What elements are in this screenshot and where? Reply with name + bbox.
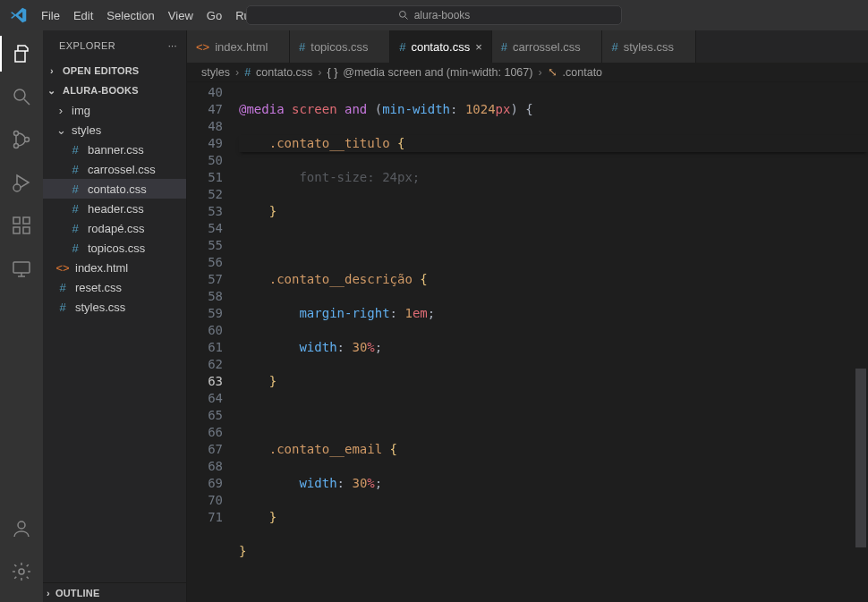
file-header-css[interactable]: # header.css (43, 199, 186, 218)
label-open-editors: OPEN EDITORS (63, 65, 139, 76)
menu-file[interactable]: File (35, 5, 66, 26)
file-index-html[interactable]: <> index.html (43, 258, 186, 277)
activity-search-icon[interactable] (0, 79, 43, 114)
svg-point-8 (13, 184, 21, 191)
file-reset-css[interactable]: # reset.css (43, 277, 186, 297)
file-styles-css[interactable]: # styles.css (43, 297, 186, 317)
breadcrumb-segment[interactable]: .contato (563, 66, 602, 79)
css-file-icon: # (68, 163, 82, 176)
tab-label: carrossel.css (513, 40, 581, 54)
menu-edit[interactable]: Edit (67, 5, 99, 26)
folder-styles[interactable]: ⌄ styles (43, 120, 186, 140)
sidebar-more-icon[interactable]: ··· (168, 40, 177, 51)
file-label: topicos.css (88, 242, 145, 255)
breadcrumb-segment[interactable]: @media screen and (min-width: 1067) (343, 66, 532, 79)
vertical-scrollbar[interactable] (855, 145, 866, 602)
label-outline: OUTLINE (55, 588, 100, 598)
activity-account-icon[interactable] (0, 511, 43, 547)
label-project: ALURA-BOOKS (63, 85, 139, 96)
svg-point-2 (14, 89, 25, 100)
breadcrumbs[interactable]: styles › # contato.css › { } @media scre… (187, 63, 868, 82)
css-file-icon: # (68, 242, 82, 255)
menu-go[interactable]: Go (200, 5, 228, 26)
editor-area: <> index.html × # topicos.css × # contat… (186, 30, 868, 602)
close-icon[interactable]: × (475, 40, 482, 54)
css-file-icon: # (68, 202, 82, 216)
braces-icon: { } (327, 66, 337, 79)
activity-explorer-icon[interactable] (0, 36, 43, 72)
chevron-down-icon: ⌄ (47, 85, 57, 97)
folder-label: styles (72, 123, 101, 137)
vscode-logo-icon (4, 7, 34, 23)
search-icon (398, 10, 409, 21)
folder-img[interactable]: › img (43, 100, 186, 120)
svg-rect-10 (13, 227, 20, 233)
svg-line-1 (404, 17, 407, 20)
svg-rect-13 (13, 262, 30, 273)
tab-contato-css[interactable]: # contato.css × (390, 30, 492, 63)
breadcrumb-segment[interactable]: contato.css (256, 66, 312, 79)
file-banner-css[interactable]: # banner.css (43, 140, 186, 159)
menu-selection[interactable]: Selection (100, 5, 160, 26)
breadcrumb-segment[interactable]: styles (201, 66, 230, 79)
explorer-sidebar: EXPLORER ··· › OPEN EDITORS ⌄ ALURA-BOOK… (43, 30, 186, 602)
file-contato-css[interactable]: # contato.css (43, 179, 186, 199)
chevron-right-icon: › (47, 588, 50, 598)
sidebar-title: EXPLORER ··· (43, 30, 186, 61)
file-label: header.css (88, 202, 144, 216)
css-file-icon: # (501, 40, 507, 54)
tab-carrossel-css[interactable]: # carrossel.css × (492, 30, 603, 63)
file-label: carrossel.css (88, 163, 156, 176)
code-editor[interactable]: 4047484950515253545556575859606162636465… (187, 82, 868, 602)
chevron-right-icon: › (235, 66, 239, 79)
svg-rect-9 (13, 217, 20, 224)
svg-point-0 (399, 12, 405, 18)
section-open-editors[interactable]: › OPEN EDITORS (43, 61, 186, 81)
file-label: banner.css (88, 143, 144, 157)
tab-label: contato.css (411, 40, 470, 54)
activity-remote-icon[interactable] (0, 250, 43, 286)
tab-topicos-css[interactable]: # topicos.css × (290, 30, 390, 63)
svg-point-5 (14, 144, 19, 148)
activity-scm-icon[interactable] (0, 122, 43, 157)
code-content[interactable]: @media screen and (min-width: 1024px) { … (239, 82, 868, 602)
svg-point-4 (14, 131, 19, 136)
css-file-icon: # (68, 143, 82, 157)
symbol-class-icon: ⤡ (548, 65, 557, 79)
activity-debug-icon[interactable] (0, 165, 43, 200)
command-center-search[interactable]: alura-books (246, 5, 622, 25)
section-outline[interactable]: › OUTLINE (43, 582, 186, 602)
titlebar: File Edit Selection View Go Run ··· 🡐 🡒 … (0, 0, 868, 30)
css-file-icon: # (399, 40, 405, 54)
file-topicos-css[interactable]: # topicos.css (43, 238, 186, 258)
scrollbar-thumb[interactable] (855, 369, 866, 547)
css-file-icon: # (68, 222, 82, 235)
file-tree: › img ⌄ styles # banner.css # carrossel.… (43, 100, 186, 317)
search-placeholder: alura-books (414, 9, 471, 21)
file-label: contato.css (88, 182, 147, 196)
svg-point-16 (18, 521, 25, 529)
line-number-gutter: 4047484950515253545556575859606162636465… (187, 82, 239, 602)
chevron-right-icon: › (318, 66, 321, 79)
menu-view[interactable]: View (162, 5, 200, 26)
css-file-icon: # (55, 301, 70, 314)
file-label: styles.css (75, 301, 125, 314)
file-label: rodapé.css (88, 222, 145, 235)
html-file-icon: <> (196, 40, 209, 54)
tab-styles-css[interactable]: # styles.css × (602, 30, 695, 63)
file-carrossel-css[interactable]: # carrossel.css (43, 159, 186, 179)
activity-extensions-icon[interactable] (0, 208, 43, 243)
chevron-down-icon: ⌄ (55, 123, 66, 137)
activity-settings-icon[interactable] (0, 554, 43, 589)
svg-point-6 (25, 138, 30, 142)
file-rodape-css[interactable]: # rodapé.css (43, 218, 186, 238)
sidebar-title-label: EXPLORER (59, 40, 115, 51)
css-file-icon: # (299, 40, 305, 54)
file-label: index.html (75, 261, 128, 275)
css-file-icon: # (68, 182, 82, 196)
section-project[interactable]: ⌄ ALURA-BOOKS (43, 81, 186, 100)
svg-point-17 (19, 569, 24, 574)
tab-label: index.html (215, 40, 268, 54)
tab-index-html[interactable]: <> index.html × (187, 30, 290, 63)
html-file-icon: <> (55, 261, 70, 275)
